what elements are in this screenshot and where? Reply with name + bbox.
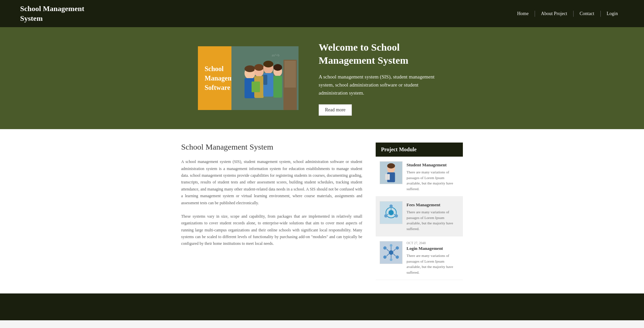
svg-point-28 (389, 205, 393, 208)
svg-point-41 (390, 259, 392, 261)
site-header: School ManagementSystem Home About Proje… (0, 0, 644, 27)
hero-students-svg: ax²+b = c (231, 46, 299, 110)
hero-content: Welcome to School Management System A sc… (319, 41, 446, 116)
module-item-login[interactable]: OCT 27, 2048 Login Management There are … (376, 236, 463, 280)
module-item-student[interactable]: Student Management There are many variat… (376, 157, 463, 197)
svg-point-7 (245, 65, 255, 72)
svg-rect-16 (273, 76, 282, 98)
svg-point-17 (273, 64, 282, 71)
module-info-fees: Fees Management There are many variation… (407, 201, 459, 231)
svg-point-40 (390, 244, 392, 247)
hero-image-container: School Management Software ax²+b = c (198, 46, 299, 110)
main-nav: Home About Project Contact Login (511, 11, 624, 17)
module-desc-login: There are many variations of passages of… (407, 253, 459, 275)
svg-point-27 (388, 210, 394, 215)
main-wrapper: School Management System A school manage… (0, 129, 644, 293)
module-thumb-fees (380, 201, 402, 224)
main-section-heading: School Management System (181, 143, 362, 152)
svg-text:= c: = c (275, 60, 279, 64)
svg-rect-18 (263, 75, 267, 85)
module-info-student: Student Management There are many variat… (407, 161, 459, 192)
svg-point-29 (395, 214, 398, 218)
hero-photo: ax²+b = c (231, 46, 299, 110)
svg-point-30 (384, 214, 388, 218)
nav-login[interactable]: Login (601, 11, 624, 16)
module-thumb-login (380, 241, 402, 264)
module-info-login: OCT 27, 2048 Login Management There are … (407, 241, 459, 275)
module-item-fees[interactable]: Fees Management There are many variation… (376, 197, 463, 236)
hero-description: A school management system (SIS), studen… (319, 73, 446, 97)
read-more-button[interactable]: Read more (319, 104, 352, 116)
svg-point-36 (383, 247, 387, 250)
sidebar: Project Module Student Management The (376, 143, 463, 280)
site-title: School ManagementSystem (20, 4, 84, 23)
module-date-login: OCT 27, 2048 (407, 241, 459, 245)
svg-point-14 (263, 61, 273, 67)
module-title-student: Student Management (407, 162, 459, 168)
module-thumb-student (380, 161, 402, 184)
svg-rect-4 (284, 61, 296, 88)
main-paragraph-2: These systems vary in size, scope and ca… (181, 213, 362, 247)
student-thumb-svg (380, 161, 402, 184)
svg-point-37 (396, 247, 399, 250)
nav-home[interactable]: Home (511, 11, 535, 16)
svg-text:ax²+b: ax²+b (272, 53, 279, 57)
module-desc-fees: There are many variations of passages of… (407, 209, 459, 231)
svg-point-22 (387, 163, 395, 169)
main-content: School Management System A school manage… (181, 143, 362, 280)
hero-heading: Welcome to School Management System (319, 41, 446, 67)
svg-rect-11 (252, 81, 260, 92)
login-thumb-svg (380, 241, 402, 264)
site-footer (0, 293, 644, 320)
fees-thumb-svg (380, 201, 402, 224)
module-title-login: Login Management (407, 246, 459, 251)
svg-point-35 (389, 250, 393, 255)
main-paragraph-1: A school management system (SIS), studen… (181, 158, 362, 206)
hero-section: School Management Software ax²+b = c (0, 27, 644, 129)
module-desc-student: There are many variations of passages of… (407, 169, 459, 192)
sidebar-header: Project Module (376, 143, 463, 157)
svg-point-39 (396, 256, 399, 259)
svg-point-38 (383, 256, 387, 259)
svg-point-10 (254, 64, 264, 71)
nav-about[interactable]: About Project (535, 11, 573, 16)
module-title-fees: Fees Management (407, 202, 459, 208)
nav-contact[interactable]: Contact (574, 11, 600, 16)
